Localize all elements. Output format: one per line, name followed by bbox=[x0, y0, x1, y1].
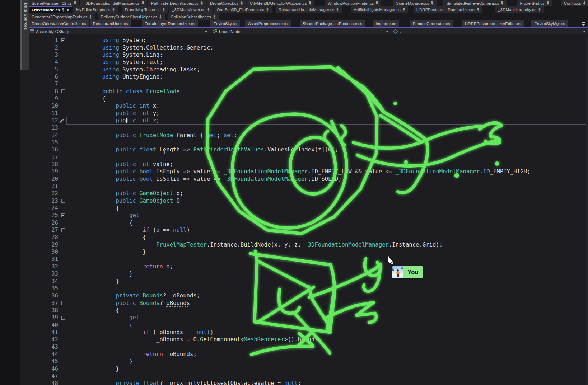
document-tab[interactable]: CollisionSubscriber.cs bbox=[168, 13, 219, 20]
document-tab[interactable]: AssetPreprocessor.cs bbox=[245, 20, 291, 27]
pin-icon[interactable] bbox=[141, 1, 144, 5]
document-tab[interactable]: EnviroSkyMgr.cs bbox=[531, 20, 568, 27]
document-tab[interactable]: _3DFoundatio...delManager.cs bbox=[80, 0, 147, 6]
code-line[interactable]: 20 public bool IsSolid => value == _3DFo… bbox=[29, 175, 588, 183]
fold-toggle-icon[interactable] bbox=[61, 213, 65, 217]
fold-toggle-icon[interactable] bbox=[61, 301, 65, 305]
code-line[interactable]: 42 _oBounds = O.GetComponent<MeshRendere… bbox=[29, 336, 588, 343]
pin-icon[interactable] bbox=[213, 15, 216, 19]
fold-toggle-icon[interactable] bbox=[61, 199, 65, 203]
pin-icon[interactable] bbox=[159, 15, 162, 19]
line-number: 44 bbox=[51, 351, 58, 357]
code-line[interactable]: 30 } bbox=[29, 248, 588, 255]
pin-icon[interactable] bbox=[309, 1, 312, 5]
document-tab[interactable]: Config.cs bbox=[561, 0, 588, 6]
pin-icon[interactable] bbox=[375, 1, 378, 5]
code-token: Parent { bbox=[173, 132, 207, 138]
line-number: 22 bbox=[51, 190, 58, 197]
line-number: 18 bbox=[51, 161, 58, 168]
document-tab[interactable]: MyEditorScripts.cs bbox=[73, 6, 118, 13]
pin-icon[interactable] bbox=[162, 8, 165, 12]
document-tab[interactable]: Importer.cs bbox=[373, 20, 399, 27]
member-dropdown[interactable]: z bbox=[393, 29, 402, 34]
document-tab[interactable]: DeliverySurfaceClassHelper.cs bbox=[98, 13, 165, 20]
document-tab[interactable]: DroneOrientationController.cs bbox=[29, 20, 89, 27]
scrollbar[interactable] bbox=[586, 37, 588, 385]
document-tab[interactable]: SceneManager_02.cs bbox=[29, 0, 79, 6]
code-line[interactable]: 34 } bbox=[29, 277, 588, 285]
document-tab[interactable]: HDRPPostproce...izerEditor.cs bbox=[462, 20, 524, 27]
data-sources-tab[interactable]: Data Sources bbox=[22, 0, 29, 70]
code-token: <= bbox=[386, 168, 396, 175]
tab-label: FencesGenerator.cs bbox=[413, 22, 450, 26]
line-number: 17 bbox=[51, 154, 58, 160]
document-tab[interactable]: ShaderPackage...stProcessor.cs bbox=[300, 20, 365, 27]
code-token: _oBounds; bbox=[163, 351, 197, 357]
document-tab[interactable]: ArtificialLightsManager.cs bbox=[351, 6, 408, 13]
fold-toggle-icon[interactable] bbox=[61, 316, 65, 320]
fold-toggle-icon[interactable] bbox=[61, 89, 65, 93]
document-tab[interactable]: FencesGenerator.cs bbox=[410, 20, 453, 27]
document-tab[interactable]: DroneObject.cs bbox=[207, 0, 246, 6]
pin-icon[interactable] bbox=[546, 1, 549, 5]
pin-icon[interactable] bbox=[477, 8, 480, 12]
code-editor[interactable]: 1 using System; 2 using Syste bbox=[29, 37, 588, 385]
code-line[interactable]: 16 public float Length => PathfinderDept… bbox=[29, 146, 588, 153]
code-line[interactable]: 12 public int z; bbox=[29, 117, 588, 124]
document-tab[interactable]: _3DMapHierarchy.cs bbox=[495, 6, 544, 13]
close-icon[interactable]: × bbox=[67, 8, 69, 12]
document-tab[interactable]: WindowPositionFinder.cs bbox=[325, 0, 381, 6]
pin-icon[interactable] bbox=[200, 1, 203, 5]
pin-icon[interactable] bbox=[501, 1, 504, 5]
code-line[interactable]: 46 } bbox=[29, 365, 588, 372]
code-line[interactable]: 48 private float? _proximityToClosestObs… bbox=[29, 380, 588, 385]
code-token: ; } bbox=[234, 132, 244, 138]
document-tab[interactable]: HDRPPostproc...Randomizer.cs bbox=[414, 6, 483, 13]
type-dropdown[interactable]: FruxelNode bbox=[213, 29, 386, 34]
pin-icon[interactable] bbox=[336, 8, 339, 12]
tab-overflow-icon[interactable] bbox=[581, 22, 586, 27]
line-number: 30 bbox=[51, 249, 58, 255]
tab-label: FruxelMapTester.cs bbox=[125, 8, 160, 12]
fold-toggle-icon[interactable] bbox=[61, 228, 65, 232]
chevron-down-icon[interactable] bbox=[583, 31, 586, 32]
code-token: .Instance. bbox=[207, 241, 241, 248]
document-tab[interactable]: PathfinderDepthValues.cs bbox=[148, 0, 206, 6]
data-sources-label: Data Sources bbox=[24, 3, 28, 30]
code-token: < bbox=[241, 336, 244, 343]
pin-icon[interactable] bbox=[74, 1, 76, 5]
document-tab[interactable]: SimulatedFisheyeCamera.cs bbox=[443, 0, 507, 6]
document-tab[interactable]: CityGen3DGen...torWrapper.cs bbox=[247, 0, 314, 6]
pin-icon[interactable] bbox=[89, 15, 92, 19]
document-tab[interactable]: FruxelGrid.cs bbox=[517, 0, 552, 6]
document-tab[interactable]: TerrainLayerRandomizer.cs bbox=[142, 20, 198, 27]
pin-icon[interactable] bbox=[240, 1, 243, 5]
code-token: IsSolid bbox=[153, 176, 183, 182]
pin-icon[interactable] bbox=[538, 8, 541, 12]
pin-icon[interactable] bbox=[402, 8, 405, 12]
document-tab[interactable]: OneSec3D_FileFormat.cs bbox=[214, 6, 272, 13]
document-tab[interactable]: SceneManager.cs bbox=[393, 0, 437, 6]
pin-icon[interactable] bbox=[266, 8, 269, 12]
document-tab[interactable]: _3DMapViewer.cs bbox=[169, 6, 213, 13]
code-token: GameObject bbox=[136, 198, 173, 204]
pin-icon[interactable] bbox=[112, 8, 115, 12]
pin-icon[interactable] bbox=[62, 8, 65, 12]
document-tab[interactable]: EnviroSky.cs bbox=[210, 20, 240, 27]
code-line[interactable]: 14 public FruxelNode Parent { get; set; … bbox=[29, 131, 588, 138]
pin-icon[interactable] bbox=[583, 1, 586, 5]
chevron-down-icon[interactable] bbox=[205, 31, 207, 32]
code-line[interactable]: 6 using UnityEngine; bbox=[29, 73, 588, 80]
code-line[interactable]: 8 public class FruxelNode bbox=[29, 88, 588, 95]
fold-toggle-icon[interactable] bbox=[61, 38, 65, 42]
document-tab[interactable]: FruxelMapTester.cs bbox=[122, 6, 168, 13]
code-token: using bbox=[102, 74, 119, 80]
document-tab[interactable]: FruxelNode.cs × bbox=[29, 6, 72, 13]
pin-icon[interactable] bbox=[207, 8, 210, 12]
chevron-down-icon[interactable] bbox=[386, 31, 389, 32]
pin-icon[interactable] bbox=[431, 1, 434, 5]
document-tab[interactable]: RestaurantHo...pleManager.cs bbox=[276, 6, 342, 13]
document-tab[interactable]: Generator2ExportMapTools.cs bbox=[29, 13, 95, 20]
document-tab[interactable]: RestaurantHook.cs bbox=[90, 20, 131, 27]
code-token: FruxelNode bbox=[143, 88, 180, 95]
